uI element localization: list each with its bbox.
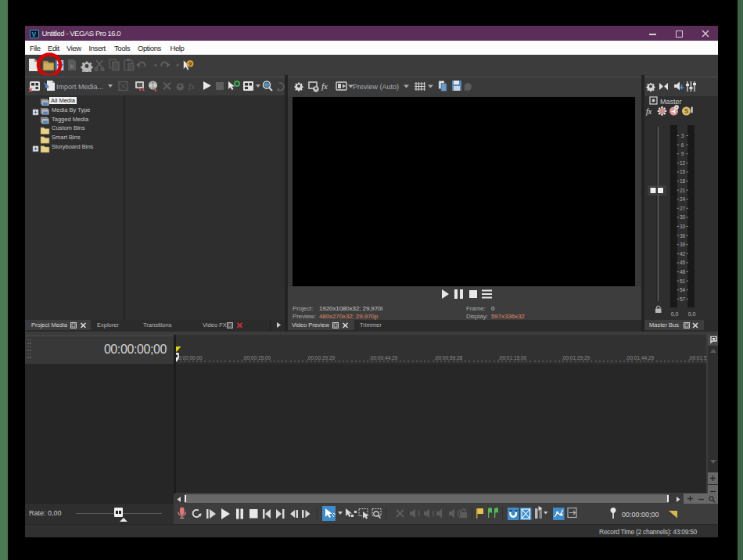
svg-text:Preview (Auto): Preview (Auto) [353, 83, 399, 91]
svg-text:00:00:00;00: 00:00:00;00 [622, 511, 659, 519]
svg-text:42: 42 [680, 251, 686, 257]
svg-text:fx: fx [646, 107, 652, 116]
svg-text:33: 33 [680, 224, 686, 229]
svg-text:39: 39 [680, 242, 686, 247]
svg-text:54: 54 [680, 287, 686, 293]
svg-text:36: 36 [680, 233, 686, 239]
svg-text:0,0: 0,0 [671, 311, 679, 317]
svg-text:Master: Master [660, 98, 682, 106]
svg-text:6: 6 [681, 142, 684, 148]
svg-text:12: 12 [680, 160, 686, 166]
svg-text:Import Media...: Import Media... [56, 83, 103, 91]
svg-text:18: 18 [680, 178, 686, 184]
svg-text:57: 57 [680, 296, 686, 302]
svg-text:9: 9 [681, 151, 684, 156]
svg-text:0,0: 0,0 [688, 311, 696, 317]
svg-text:fx: fx [321, 81, 328, 91]
svg-text:S: S [684, 107, 689, 115]
svg-text:48: 48 [680, 269, 686, 275]
svg-text:15: 15 [680, 169, 686, 174]
svg-text:30: 30 [680, 214, 686, 220]
svg-text:3: 3 [681, 133, 684, 138]
svg-text:21: 21 [680, 188, 686, 193]
svg-text:51: 51 [680, 278, 686, 284]
svg-text:?: ? [188, 61, 192, 68]
svg-text:24: 24 [680, 196, 686, 202]
svg-text:27: 27 [680, 206, 686, 211]
svg-text:45: 45 [680, 260, 686, 265]
svg-text:fx: fx [188, 81, 195, 91]
